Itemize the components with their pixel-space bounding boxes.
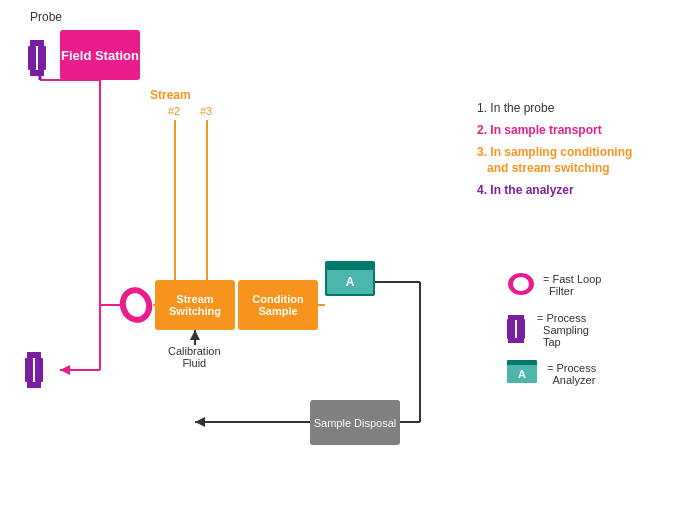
list-item-2: 2. In sample transport bbox=[477, 122, 667, 139]
field-station-box: Field Station bbox=[60, 30, 140, 80]
numbered-list: 1. In the probe 2. In sample transport 3… bbox=[477, 100, 667, 204]
calibration-label: CalibrationFluid bbox=[168, 345, 221, 369]
condition-sample-box: Condition Sample bbox=[238, 280, 318, 330]
sampling-tap-probe bbox=[28, 38, 52, 78]
svg-point-27 bbox=[513, 277, 529, 291]
list-item-3: 3. In sampling conditioning and stream s… bbox=[477, 144, 667, 178]
list-item-4: 4. In the analyzer bbox=[477, 182, 667, 199]
svg-rect-23 bbox=[35, 358, 43, 382]
sampling-tap-left bbox=[25, 350, 49, 390]
svg-marker-10 bbox=[195, 417, 205, 427]
svg-rect-20 bbox=[30, 40, 44, 46]
svg-marker-12 bbox=[190, 330, 200, 340]
svg-rect-28 bbox=[507, 319, 515, 339]
probe-label: Probe bbox=[30, 10, 62, 24]
legend-fast-loop-icon bbox=[507, 270, 535, 300]
sample-disposal-box: Sample Disposal bbox=[310, 400, 400, 445]
stream-switching-label: Stream Switching bbox=[155, 293, 235, 317]
legend-sampling-tap-label: = Process Sampling Tap bbox=[537, 312, 589, 348]
analyzer-letter: A bbox=[346, 275, 355, 289]
stream-hash3-label: #3 bbox=[200, 105, 212, 117]
svg-rect-24 bbox=[27, 352, 41, 358]
sample-disposal-label: Sample Disposal bbox=[314, 417, 397, 429]
condition-sample-label: Condition Sample bbox=[238, 293, 318, 317]
svg-text:A: A bbox=[518, 368, 526, 380]
diagram: Probe Field Station Stream #2 #3 Stream … bbox=[0, 0, 687, 506]
svg-rect-18 bbox=[28, 46, 36, 70]
legend-analyzer-label: = Process Analyzer bbox=[547, 362, 596, 386]
field-station-label: Field Station bbox=[61, 48, 139, 63]
legend-fast-loop-label: = Fast Loop Filter bbox=[543, 273, 601, 297]
svg-rect-19 bbox=[38, 46, 46, 70]
svg-rect-21 bbox=[30, 70, 44, 76]
legend-analyzer-icon: A bbox=[507, 360, 539, 388]
svg-marker-16 bbox=[60, 365, 70, 375]
analyzer-box: A bbox=[325, 268, 375, 296]
svg-rect-25 bbox=[27, 382, 41, 388]
stream-switching-box: Stream Switching bbox=[155, 280, 235, 330]
svg-rect-22 bbox=[25, 358, 33, 382]
legend: = Fast Loop Filter = Process Sampling Ta… bbox=[507, 270, 667, 400]
svg-rect-29 bbox=[517, 319, 525, 339]
stream-hash2-label: #2 bbox=[168, 105, 180, 117]
legend-sampling-tap: = Process Sampling Tap bbox=[507, 312, 667, 348]
legend-fast-loop: = Fast Loop Filter bbox=[507, 270, 667, 300]
legend-analyzer: A = Process Analyzer bbox=[507, 360, 667, 388]
svg-rect-31 bbox=[508, 338, 524, 343]
svg-rect-30 bbox=[508, 315, 524, 320]
stream-label: Stream bbox=[150, 88, 191, 102]
list-item-1: 1. In the probe bbox=[477, 100, 667, 117]
legend-sampling-tap-icon bbox=[507, 315, 529, 345]
